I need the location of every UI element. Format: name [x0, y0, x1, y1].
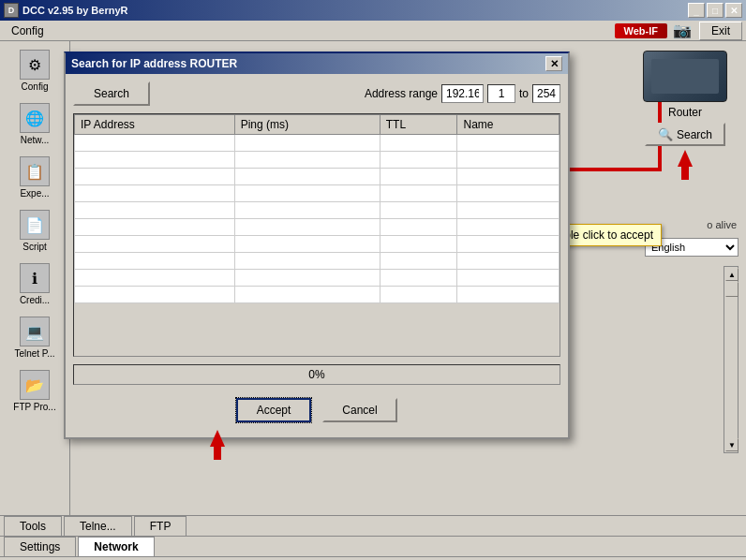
progress-text: 0% — [308, 368, 324, 381]
accept-button[interactable]: Accept — [236, 398, 311, 422]
table-row[interactable] — [75, 202, 560, 219]
address-to-input[interactable] — [532, 84, 560, 103]
table-row[interactable] — [75, 287, 560, 303]
modal-title-bar: Search for IP address ROUTER ✕ — [66, 53, 568, 74]
modal-body: Search Address range to IP Address Ping … — [66, 74, 568, 437]
accept-arrow — [210, 430, 225, 460]
table-row[interactable] — [75, 169, 560, 185]
address-to-label: to — [519, 87, 529, 100]
cancel-button[interactable]: Cancel — [322, 398, 397, 422]
table-row[interactable] — [75, 185, 560, 202]
address-range-label: Address range — [365, 87, 438, 100]
table-row[interactable] — [75, 135, 560, 152]
address-from-input[interactable] — [487, 84, 515, 103]
modal-close-button[interactable]: ✕ — [545, 56, 562, 71]
search-modal: Search for IP address ROUTER ✕ Search Ad… — [64, 52, 570, 439]
modal-top-row: Search Address range to — [73, 81, 560, 106]
modal-search-button[interactable]: Search — [73, 81, 150, 106]
results-table: IP Address Ping (ms) TTL Name — [74, 114, 560, 303]
dialog-buttons: Accept Cancel — [73, 394, 560, 430]
col-ping: Ping (ms) — [234, 115, 380, 135]
table-row[interactable] — [75, 219, 560, 236]
table-row[interactable] — [75, 152, 560, 169]
col-name: Name — [457, 115, 560, 135]
address-range: Address range to — [365, 84, 560, 103]
table-row[interactable] — [75, 253, 560, 270]
modal-title: Search for IP address ROUTER — [71, 57, 237, 70]
table-row[interactable] — [75, 270, 560, 287]
progress-bar-container: 0% — [73, 364, 560, 385]
col-ip: IP Address — [75, 115, 235, 135]
col-ttl: TTL — [380, 115, 457, 135]
address-prefix-input[interactable] — [441, 84, 484, 103]
table-row[interactable] — [75, 236, 560, 253]
results-table-container[interactable]: IP Address Ping (ms) TTL Name — [73, 113, 560, 357]
modal-overlay: Search for IP address ROUTER ✕ Search Ad… — [0, 0, 746, 560]
